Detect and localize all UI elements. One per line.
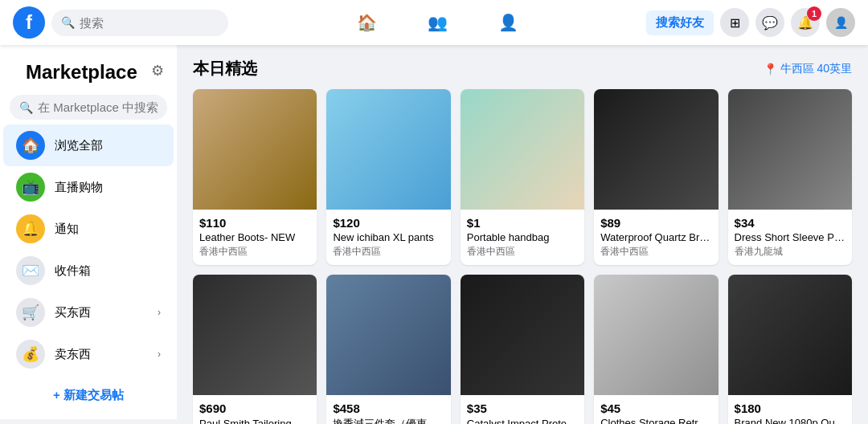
sidebar-item-label-notif: 通知 — [55, 222, 161, 237]
user-avatar[interactable]: 👤 — [826, 8, 855, 37]
product-card-p2[interactable]: $120 New ichiban XL pants 香港中西區 — [326, 89, 450, 265]
product-location-p3: 香港中西區 — [467, 245, 578, 259]
nav-messenger-button[interactable]: 💬 — [755, 8, 784, 37]
sidebar-item-label-live: 直播购物 — [55, 180, 161, 195]
product-info-p10: $180 Brand New 1080p Outdoor Trail Surve… — [728, 395, 852, 424]
product-info-p8: $35 Catalyst Impact Protection for iPhon… — [461, 395, 584, 424]
main-content: Marketplace ⚙ 🔍 🏠 浏览全部 📺 直播购物 🔔 通知 ✉️ — [0, 45, 868, 424]
sidebar-title: Marketplace — [13, 55, 150, 87]
sidebar-item-notifications[interactable]: 🔔 通知 — [3, 208, 174, 250]
grid-icon: ⊞ — [730, 15, 740, 31]
product-image-p4 — [594, 89, 718, 210]
product-image-p2 — [326, 89, 450, 210]
product-card-p9[interactable]: $45 Clothes Storage Retractable Wardrobe… — [594, 275, 718, 424]
search-icon: 🔍 — [61, 16, 75, 29]
product-name-p3: Portable handbag — [467, 231, 578, 243]
product-info-p7: $458 換季減三件套（優惠價） 香港大埔 — [326, 395, 450, 424]
product-price-p5: $34 — [735, 216, 845, 230]
product-price-p2: $120 — [333, 216, 444, 230]
product-price-p3: $1 — [467, 216, 578, 230]
product-name-p5: Dress Short Sleeve Plaid Skirt — [735, 231, 845, 243]
friends-icon: 👥 — [428, 13, 448, 32]
nav-center-icons: 🏠 👥 👤 — [228, 3, 646, 42]
product-card-p6[interactable]: $690 Paul Smith Tailoring Wool Blazer Ja… — [193, 275, 317, 424]
sidebar-search-input[interactable] — [38, 100, 158, 114]
product-name-p9: Clothes Storage Retractable Wardrobe She… — [600, 417, 711, 424]
product-image-p10 — [728, 275, 852, 395]
product-card-p1[interactable]: $110 Leather Boots- NEW 香港中西區 — [193, 89, 317, 265]
inbox-icon: ✉️ — [16, 256, 45, 285]
location-filter[interactable]: 📍 牛西區 40英里 — [764, 62, 852, 76]
notifications-icon: 🔔 — [16, 214, 45, 243]
groups-icon: 👤 — [498, 13, 518, 32]
product-name-p10: Brand New 1080p Outdoor Trail Surveillan… — [735, 417, 845, 424]
nav-home-button[interactable]: 🏠 — [347, 3, 386, 42]
product-image-p3 — [461, 89, 584, 210]
sidebar-item-label-buy: 买东西 — [55, 305, 148, 320]
product-name-p1: Leather Boots- NEW — [199, 231, 310, 243]
product-name-p2: New ichiban XL pants — [333, 231, 444, 243]
product-info-p3: $1 Portable handbag 香港中西區 — [461, 210, 584, 265]
nav-grid-button[interactable]: ⊞ — [720, 8, 749, 37]
product-card-p10[interactable]: $180 Brand New 1080p Outdoor Trail Surve… — [728, 275, 852, 424]
product-image-p7 — [326, 275, 450, 395]
product-card-p7[interactable]: $458 換季減三件套（優惠價） 香港大埔 — [326, 275, 450, 424]
product-image-p9 — [594, 275, 718, 395]
buy-icon: 🛒 — [16, 298, 45, 327]
sidebar-item-inbox[interactable]: ✉️ 收件箱 — [3, 250, 174, 292]
product-card-p4[interactable]: $89 Waterproof Quartz Bracelet Watch Vin… — [594, 89, 718, 265]
product-price-p9: $45 — [600, 402, 711, 415]
product-info-p6: $690 Paul Smith Tailoring Wool Blazer Ja… — [193, 395, 317, 424]
sell-icon: 💰 — [16, 340, 45, 369]
product-name-p6: Paul Smith Tailoring Wool Blazer Jacket … — [199, 417, 310, 424]
home-icon: 🏠 — [357, 13, 377, 32]
product-image-p8 — [461, 275, 584, 395]
product-info-p9: $45 Clothes Storage Retractable Wardrobe… — [594, 395, 718, 424]
nav-notifications-button[interactable]: 🔔 1 — [791, 8, 820, 37]
settings-gear-icon[interactable]: ⚙ — [151, 62, 164, 80]
browse-all-icon: 🏠 — [16, 131, 45, 160]
nav-groups-button[interactable]: 👤 — [489, 3, 527, 42]
product-location-p1: 香港中西區 — [199, 245, 310, 259]
product-card-p5[interactable]: $34 Dress Short Sleeve Plaid Skirt 香港九龍城 — [728, 89, 852, 265]
nav-search-input[interactable] — [80, 16, 219, 30]
product-image-p5 — [728, 89, 852, 210]
sidebar-item-browse-all[interactable]: 🏠 浏览全部 — [3, 124, 174, 166]
sidebar: Marketplace ⚙ 🔍 🏠 浏览全部 📺 直播购物 🔔 通知 ✉️ — [0, 45, 177, 424]
sidebar-item-label-sell: 卖东西 — [55, 347, 148, 362]
sidebar-divider — [0, 419, 177, 424]
product-location-p4: 香港中西區 — [600, 245, 711, 259]
sidebar-item-buy[interactable]: 🛒 买东西 › — [3, 292, 174, 333]
sidebar-item-live-shopping[interactable]: 📺 直播购物 — [3, 166, 174, 208]
messenger-icon: 💬 — [762, 15, 778, 31]
sidebar-search-icon: 🔍 — [19, 101, 33, 114]
product-price-p4: $89 — [600, 216, 711, 230]
product-price-p6: $690 — [199, 402, 310, 415]
product-image-p1 — [193, 89, 317, 210]
location-text: 牛西區 40英里 — [780, 62, 852, 76]
sidebar-item-sell[interactable]: 💰 卖东西 › — [3, 333, 174, 375]
facebook-logo[interactable]: f — [13, 6, 45, 39]
product-card-p8[interactable]: $35 Catalyst Impact Protection for iPhon… — [461, 275, 584, 424]
sell-arrow-icon: › — [158, 349, 161, 360]
notification-badge: 1 — [807, 6, 821, 21]
content-header: 本日精选 📍 牛西區 40英里 — [193, 58, 852, 80]
product-info-p1: $110 Leather Boots- NEW 香港中西區 — [193, 210, 317, 265]
product-location-p5: 香港九龍城 — [735, 245, 845, 259]
product-info-p4: $89 Waterproof Quartz Bracelet Watch Vin… — [594, 210, 718, 265]
product-name-p7: 換季減三件套（優惠價） — [333, 417, 444, 424]
sidebar-item-label-inbox: 收件箱 — [55, 263, 161, 279]
new-post-button[interactable]: + 新建交易帖 — [10, 381, 167, 410]
top-nav: f 🔍 🏠 👥 👤 搜索好友 ⊞ 💬 🔔 — [0, 0, 868, 45]
product-card-p3[interactable]: $1 Portable handbag 香港中西區 — [461, 89, 584, 265]
sidebar-search-box[interactable]: 🔍 — [10, 95, 167, 120]
find-friends-button[interactable]: 搜索好友 — [646, 10, 714, 35]
product-image-p6 — [193, 275, 317, 395]
nav-search-box[interactable]: 🔍 — [51, 10, 228, 36]
product-price-p10: $180 — [735, 402, 845, 415]
location-pin-icon: 📍 — [764, 63, 777, 75]
product-info-p5: $34 Dress Short Sleeve Plaid Skirt 香港九龍城 — [728, 210, 852, 265]
product-price-p1: $110 — [199, 216, 310, 230]
nav-friends-button[interactable]: 👥 — [418, 3, 457, 42]
product-location-p2: 香港中西區 — [333, 245, 444, 259]
